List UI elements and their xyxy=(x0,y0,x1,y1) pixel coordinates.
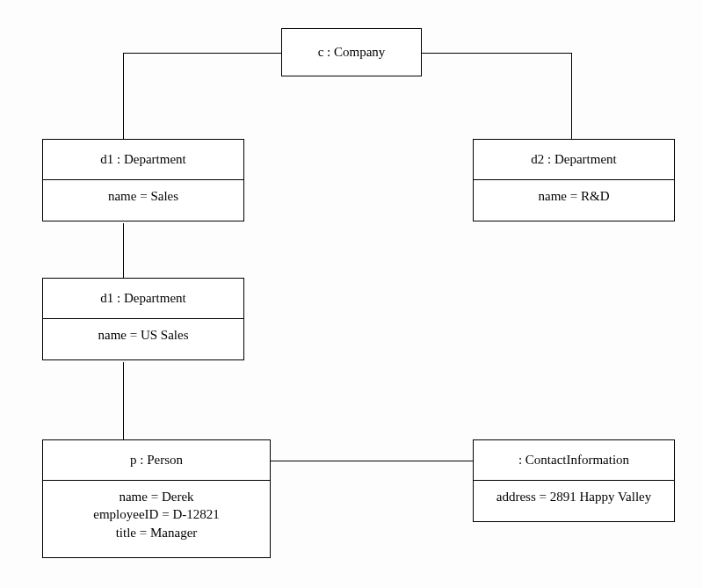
edge-company-left-v xyxy=(123,53,124,139)
box-d2: d2 : Department name = R&D xyxy=(473,139,675,221)
edge-company-right-h xyxy=(422,53,571,54)
box-d3-title: d1 : Department xyxy=(43,279,243,319)
box-d2-attr-name: name = R&D xyxy=(482,187,665,205)
box-d1-title: d1 : Department xyxy=(43,140,243,180)
box-d1-attr-name: name = Sales xyxy=(52,187,235,205)
edge-company-left-h xyxy=(123,53,281,54)
box-contact: : ContactInformation address = 2891 Happ… xyxy=(473,439,675,522)
box-contact-attr-address: address = 2891 Happy Valley xyxy=(482,488,665,505)
box-person-attr-title: title = Manager xyxy=(52,524,261,541)
edge-company-right-v xyxy=(571,53,572,139)
box-person-attr-name: name = Derek xyxy=(52,488,261,505)
edge-person-contact xyxy=(271,461,473,461)
edge-d3-person xyxy=(123,362,124,439)
edge-d1-d3 xyxy=(123,223,124,278)
box-contact-title: : ContactInformation xyxy=(474,440,674,481)
box-d3-attr-name: name = US Sales xyxy=(52,326,235,344)
box-company-title: c : Company xyxy=(282,29,421,76)
box-d3: d1 : Department name = US Sales xyxy=(42,278,244,360)
box-person-attr-employeeid: employeeID = D-12821 xyxy=(52,505,261,523)
box-d1: d1 : Department name = Sales xyxy=(42,139,244,221)
box-person: p : Person name = Derek employeeID = D-1… xyxy=(42,439,271,558)
box-person-title: p : Person xyxy=(43,440,270,481)
box-d2-title: d2 : Department xyxy=(474,140,674,180)
box-company: c : Company xyxy=(281,28,422,76)
